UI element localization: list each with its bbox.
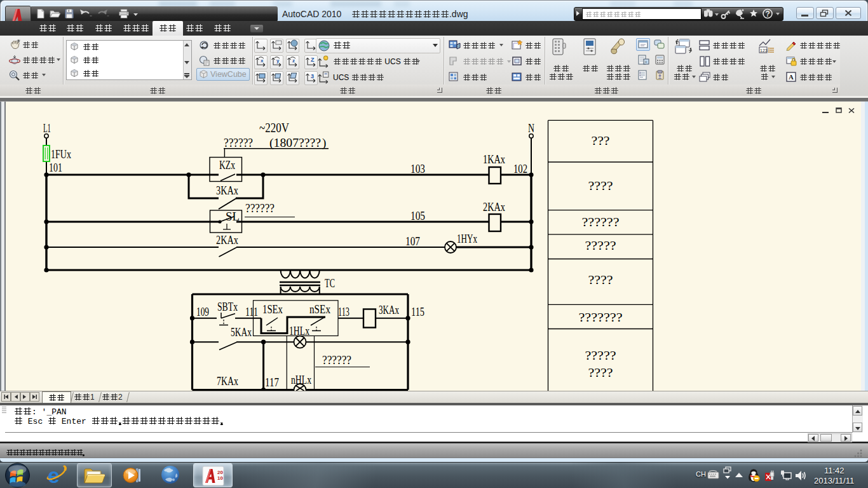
svg-text:115: 115 [411,305,424,318]
svg-text:KZx: KZx [219,158,235,172]
svg-text:3KAx: 3KAx [379,303,399,316]
svg-text:101: 101 [49,161,62,174]
svg-text:TC: TC [325,276,335,290]
svg-text:SL: SL [226,210,240,223]
svg-text:??????: ?????? [245,201,275,215]
svg-text:105: 105 [410,209,425,222]
svg-text:3KAx: 3KAx [216,184,238,197]
svg-text:????: ???? [588,366,613,379]
svg-text:A: A [789,73,794,81]
svg-text:x: x [261,58,264,64]
svg-text:107: 107 [405,234,420,248]
svg-text:103: 103 [410,162,425,175]
svg-text:1HYx: 1HYx [457,232,477,245]
svg-text:20: 20 [217,470,223,475]
svg-text:???: ??? [592,134,610,147]
svg-text:????: ???? [588,273,613,287]
svg-text:y: y [276,58,280,64]
svg-text:102: 102 [513,162,527,175]
svg-text:SBTx: SBTx [217,300,238,313]
svg-text:109: 109 [196,305,209,318]
svg-text:N: N [528,121,534,135]
svg-text:10: 10 [217,475,223,481]
svg-text:111: 111 [245,305,258,318]
svg-text:7KAx: 7KAx [217,374,238,388]
svg-text:nSEx: nSEx [309,302,330,316]
svg-text:1FUx: 1FUx [51,147,71,161]
svg-text:?: ? [766,10,770,18]
svg-text:2KAx: 2KAx [483,200,505,214]
svg-text:2KAx: 2KAx [216,233,238,247]
svg-text:113: 113 [338,305,349,318]
svg-text:5KAx: 5KAx [231,325,252,339]
svg-text:Z: Z [311,57,315,63]
svg-text:=: = [645,60,648,64]
svg-text:L1: L1 [43,121,51,135]
svg-text:??????: ?????? [224,136,253,149]
svg-text:3: 3 [311,73,314,79]
svg-text:e: e [48,463,60,487]
svg-text:117: 117 [265,376,279,389]
svg-text:??????: ?????? [322,353,351,367]
svg-text:????: ???? [588,179,613,193]
svg-text:1SEx: 1SEx [262,302,283,316]
svg-text:??????: ?????? [582,215,620,229]
svg-text:123: 123 [760,48,768,53]
svg-text:(1807????: (1807???? [269,136,321,150]
svg-text:???????: ??????? [579,311,623,324]
svg-text:z: z [292,58,295,64]
svg-text:): ) [322,136,326,150]
svg-text:?????: ????? [585,239,616,252]
svg-text:?????: ????? [585,349,616,362]
svg-text:1KAx: 1KAx [483,152,505,166]
svg-text:~220V: ~220V [259,121,289,135]
